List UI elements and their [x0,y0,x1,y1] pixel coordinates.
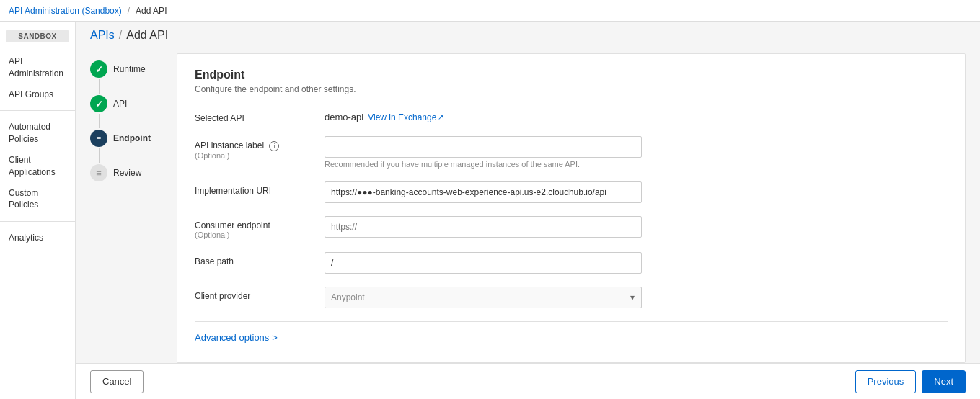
step-runtime: ✓ Runtime [90,60,177,78]
instance-label-input[interactable] [325,136,642,158]
form-row-consumer-endpoint: Consumer endpoint (Optional) [195,216,948,239]
instance-label-hint: Recommended if you have multiple managed… [325,160,948,169]
main: APIs / Add API ✓ Runtime ✓ API [76,22,980,399]
view-in-exchange-text: View in Exchange [368,112,436,122]
next-button[interactable]: Next [922,370,966,393]
footer-right: Previous Next [855,370,966,393]
sidebar-item-automated-policies[interactable]: Automated Policies [0,117,75,150]
form-row-selected-api: Selected API demo-api View in Exchange ↗ [195,109,948,123]
step-label-endpoint: Endpoint [113,133,151,143]
step-api: ✓ API [90,95,177,112]
steps-panel: ✓ Runtime ✓ API ≡ Endpoint [76,46,177,363]
implementation-uri-input[interactable] [325,181,642,203]
breadcrumb-current: Add API [126,29,168,42]
step-circle-endpoint: ≡ [90,130,107,147]
form-section-title: Endpoint [195,68,948,81]
env-badge: SANDBOX [6,30,69,42]
previous-button[interactable]: Previous [855,370,917,393]
step-label-review: Review [113,168,141,178]
advanced-options-icon: > [272,332,278,343]
instance-label-label: API instance label i (Optional) [195,136,325,160]
step-circle-runtime: ✓ [90,60,107,78]
base-path-field [325,252,948,274]
external-link-icon: ↗ [438,113,443,121]
sidebar: SANDBOX API Administration API Groups Au… [0,22,76,399]
base-path-input[interactable] [325,252,642,274]
info-icon: i [269,141,279,151]
breadcrumb: APIs / Add API [76,22,980,46]
consumer-endpoint-label: Consumer endpoint (Optional) [195,216,325,239]
step-label-api: API [113,99,127,109]
step-endpoint: ≡ Endpoint [90,130,177,147]
form-divider [195,321,948,322]
advanced-options[interactable]: Advanced options > [195,332,278,343]
step-circle-review: ≡ [90,164,107,181]
checkmark-icon-api: ✓ [95,99,103,109]
form-section-desc: Configure the endpoint and other setting… [195,84,948,94]
form-row-instance-label: API instance label i (Optional) Recommen… [195,136,948,169]
implementation-uri-label: Implementation URI [195,181,325,196]
instance-label-optional: (Optional) [195,151,325,160]
footer: Cancel Previous Next [76,363,980,399]
breadcrumb-link[interactable]: APIs [90,29,115,42]
top-nav-link[interactable]: API Administration (Sandbox) [9,6,122,16]
consumer-endpoint-optional: (Optional) [195,230,325,239]
footer-left: Cancel [90,370,144,393]
sidebar-item-custom-policies[interactable]: Custom Policies [0,183,75,216]
selected-api-label: Selected API [195,109,325,123]
client-provider-select[interactable]: Anypoint [325,287,642,308]
form-row-client-provider: Client provider Anypoint [195,287,948,308]
client-provider-field: Anypoint [325,287,948,308]
list-icon: ≡ [96,168,102,179]
step-circle-api: ✓ [90,95,107,112]
top-nav-separator: / [128,6,130,16]
form-row-base-path: Base path [195,252,948,274]
form-panel: Endpoint Configure the endpoint and othe… [177,53,966,363]
selected-api-name: demo-api [325,112,363,122]
form-row-implementation-uri: Implementation URI [195,181,948,203]
cancel-button[interactable]: Cancel [90,370,144,393]
consumer-endpoint-input[interactable] [325,216,642,238]
sidebar-item-client-applications[interactable]: Client Applications [0,150,75,183]
selected-api-value: demo-api View in Exchange ↗ [325,109,948,122]
content-area: ✓ Runtime ✓ API ≡ Endpoint [76,46,980,363]
top-nav-current: Add API [136,6,167,16]
sidebar-item-api-groups[interactable]: API Groups [0,84,75,105]
view-in-exchange-link[interactable]: View in Exchange ↗ [368,112,443,122]
sidebar-item-analytics[interactable]: Analytics [0,228,75,248]
top-nav: API Administration (Sandbox) / Add API [0,0,980,22]
breadcrumb-sep: / [119,29,122,42]
client-provider-label: Client provider [195,287,325,301]
client-provider-select-wrapper: Anypoint [325,287,642,308]
step-label-runtime: Runtime [113,64,146,74]
step-review: ≡ Review [90,164,177,181]
instance-label-field: Recommended if you have multiple managed… [325,136,948,169]
consumer-endpoint-field [325,216,948,238]
sidebar-item-api-administration[interactable]: API Administration [0,51,75,84]
base-path-label: Base path [195,252,325,266]
checkmark-icon: ✓ [95,64,103,75]
implementation-uri-field [325,181,948,203]
selected-api-field: demo-api View in Exchange ↗ [325,109,948,122]
step-number-endpoint: ≡ [97,134,101,143]
advanced-options-label: Advanced options [195,332,269,343]
